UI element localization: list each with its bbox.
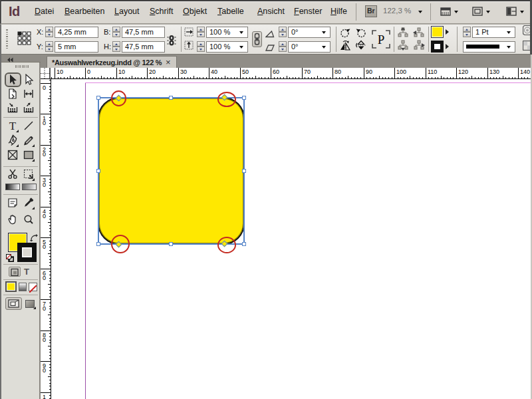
svg-text:40: 40: [211, 68, 217, 75]
svg-text:50: 50: [242, 68, 249, 75]
svg-text:0: 0: [43, 336, 46, 343]
svg-text:140: 140: [520, 68, 530, 75]
svg-text:90: 90: [366, 68, 372, 75]
svg-text:10: 10: [57, 68, 63, 75]
svg-text:60: 60: [273, 68, 279, 75]
svg-text:70: 70: [304, 68, 311, 75]
svg-text:0: 0: [43, 84, 46, 91]
svg-text:0: 0: [87, 68, 90, 75]
svg-text:0: 0: [43, 305, 46, 312]
svg-text:100: 100: [396, 68, 406, 75]
svg-text:0: 0: [43, 151, 46, 158]
svg-text:130: 130: [489, 68, 499, 75]
svg-text:0: 0: [43, 213, 46, 219]
svg-text:0: 0: [43, 367, 46, 374]
svg-text:10: 10: [118, 68, 125, 75]
svg-text:80: 80: [334, 68, 341, 75]
svg-text:0: 0: [43, 120, 46, 126]
svg-text:P: P: [378, 33, 385, 47]
svg-text:0: 0: [43, 275, 46, 281]
svg-text:30: 30: [180, 68, 187, 75]
svg-text:0: 0: [43, 243, 46, 250]
svg-text:110: 110: [428, 68, 437, 75]
svg-text:0: 0: [43, 182, 46, 188]
svg-text:120: 120: [458, 68, 468, 75]
svg-text:20: 20: [149, 68, 156, 75]
